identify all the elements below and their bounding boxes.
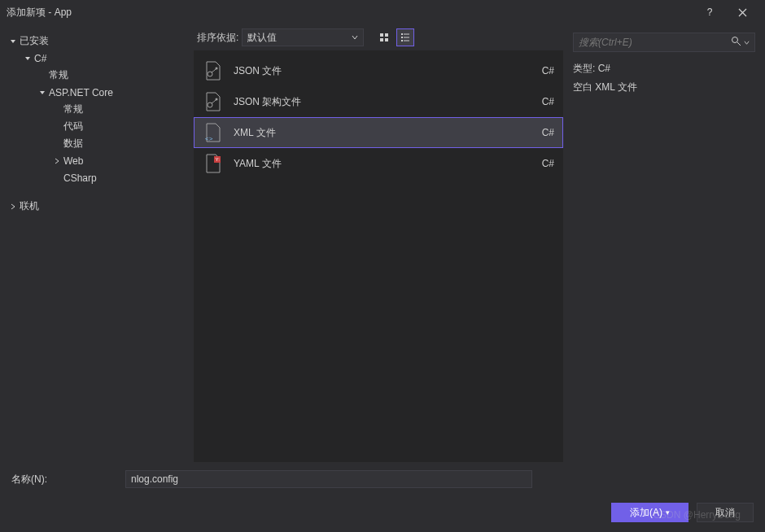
template-item-label: XML 文件	[234, 126, 522, 140]
xml-file-icon: <>	[203, 121, 222, 144]
titlebar: 添加新项 - App ?	[0, 0, 765, 24]
chevron-right-icon	[8, 202, 18, 211]
svg-text:<>: <>	[205, 135, 213, 142]
svg-line-18	[737, 42, 741, 46]
svg-point-13	[216, 98, 218, 101]
tree-item[interactable]: C#	[3, 50, 190, 67]
template-item-language: C#	[522, 127, 554, 138]
chevron-down-icon	[37, 88, 47, 98]
tree-item-label: Web	[63, 155, 83, 167]
template-item[interactable]: <>XML 文件C#	[194, 117, 563, 148]
template-item[interactable]: JSON 架构文件C#	[194, 86, 563, 117]
name-input[interactable]	[125, 470, 532, 488]
tree-item-label: CSharp	[63, 172, 97, 184]
svg-rect-9	[404, 41, 409, 41]
window-title: 添加新项 - App	[7, 6, 72, 20]
template-list: JSON 文件C#JSON 架构文件C#<>XML 文件C#Y:YAML 文件C…	[194, 50, 563, 462]
footer: 名称(N): 添加(A) ▾ 取消	[0, 462, 765, 532]
tree-item[interactable]: 常规	[3, 101, 190, 118]
template-item-label: YAML 文件	[234, 157, 522, 171]
svg-point-11	[216, 68, 218, 70]
svg-rect-6	[401, 37, 403, 38]
svg-rect-4	[401, 33, 403, 35]
template-item-language: C#	[522, 158, 554, 169]
spacer	[52, 122, 62, 132]
svg-rect-7	[404, 37, 409, 38]
tree-item-label: 已安装	[20, 34, 49, 48]
template-item-label: JSON 文件	[234, 64, 522, 78]
search-icon	[731, 36, 741, 49]
svg-rect-2	[380, 38, 383, 41]
chevron-down-icon	[8, 37, 18, 46]
name-label: 名称(N):	[11, 473, 125, 486]
search-input[interactable]	[579, 37, 731, 48]
search-box[interactable]	[573, 33, 755, 52]
tree-item[interactable]: 常规	[3, 67, 190, 84]
template-item[interactable]: Y:YAML 文件C#	[194, 148, 563, 179]
view-grid-button[interactable]	[375, 28, 393, 46]
svg-rect-1	[385, 33, 388, 37]
tree-item-label: C#	[34, 53, 46, 64]
svg-rect-0	[380, 33, 383, 37]
tree-item[interactable]: 已安装	[3, 33, 190, 50]
toolbar: 排序依据: 默认值	[194, 24, 563, 50]
add-button[interactable]: 添加(A) ▾	[611, 503, 688, 522]
svg-rect-8	[401, 40, 403, 41]
details-panel: 类型: C# 空白 XML 文件	[563, 24, 765, 462]
tree-item-label: 联机	[20, 199, 39, 213]
cancel-button[interactable]: 取消	[697, 503, 754, 522]
detail-description: 空白 XML 文件	[573, 81, 755, 94]
chevron-right-icon	[52, 156, 62, 166]
tree-item[interactable]: Web	[3, 152, 190, 169]
yaml-file-icon: Y:	[203, 152, 222, 175]
json-file-icon	[203, 59, 222, 82]
tree-item[interactable]: ASP.NET Core	[3, 84, 190, 101]
tree-item[interactable]: 数据	[3, 135, 190, 152]
help-button[interactable]: ?	[693, 1, 726, 24]
chevron-down-icon	[744, 37, 750, 48]
spacer	[52, 139, 62, 149]
tree-item-label: 常规	[49, 68, 68, 82]
svg-rect-3	[385, 38, 388, 41]
chevron-down-icon	[352, 32, 358, 43]
spacer	[52, 173, 62, 183]
tree-item-label: ASP.NET Core	[49, 87, 113, 98]
tree-item[interactable]: CSharp	[3, 169, 190, 186]
spacer	[52, 105, 62, 115]
chevron-down-icon	[23, 54, 33, 63]
template-item[interactable]: JSON 文件C#	[194, 55, 563, 86]
json-file-icon	[203, 90, 222, 113]
template-item-label: JSON 架构文件	[234, 95, 522, 109]
view-list-button[interactable]	[396, 28, 414, 46]
category-tree: 已安装C#常规ASP.NET Core常规代码数据WebCSharp联机	[0, 24, 194, 462]
tree-item[interactable]: 代码	[3, 118, 190, 135]
sort-dropdown[interactable]: 默认值	[242, 28, 364, 46]
svg-rect-5	[404, 34, 409, 35]
detail-type: 类型: C#	[573, 62, 755, 76]
spacer	[37, 71, 47, 81]
svg-text:Y:: Y:	[216, 157, 221, 162]
close-button[interactable]	[726, 1, 758, 24]
sort-value: 默认值	[247, 31, 277, 45]
tree-item-label: 常规	[63, 102, 83, 116]
template-item-language: C#	[522, 65, 554, 76]
sort-label: 排序依据:	[197, 31, 238, 45]
tree-item[interactable]: 联机	[3, 198, 190, 215]
svg-point-17	[732, 37, 738, 43]
tree-item-label: 数据	[63, 137, 83, 150]
template-item-language: C#	[522, 96, 554, 107]
tree-item-label: 代码	[63, 120, 83, 133]
